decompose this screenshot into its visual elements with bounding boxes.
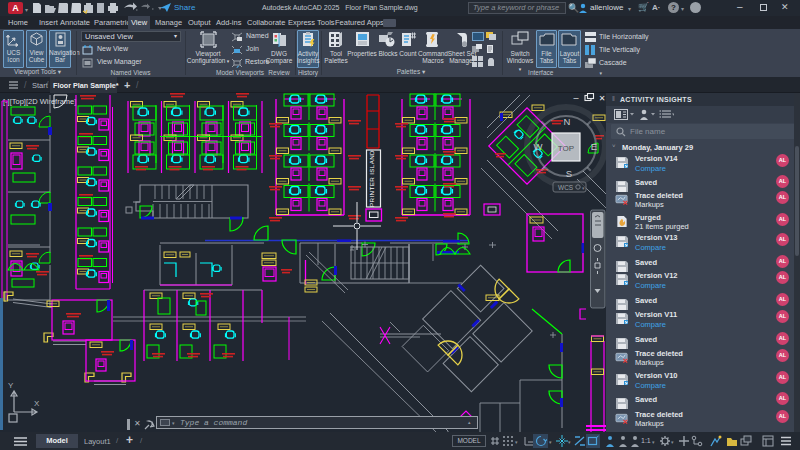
svg-text:TOP: TOP [558, 144, 574, 153]
svg-text:S: S [566, 168, 572, 179]
svg-text:WCS: WCS [558, 184, 574, 191]
svg-text:–: – [573, 93, 578, 103]
svg-text:X: X [34, 399, 40, 408]
svg-text:Y: Y [8, 381, 14, 390]
svg-text:N: N [564, 116, 571, 127]
svg-text:E: E [591, 141, 597, 152]
svg-text:PRINTER ISLAND: PRINTER ISLAND [368, 150, 375, 207]
svg-text:W: W [534, 141, 543, 152]
svg-text:✕: ✕ [599, 94, 606, 103]
